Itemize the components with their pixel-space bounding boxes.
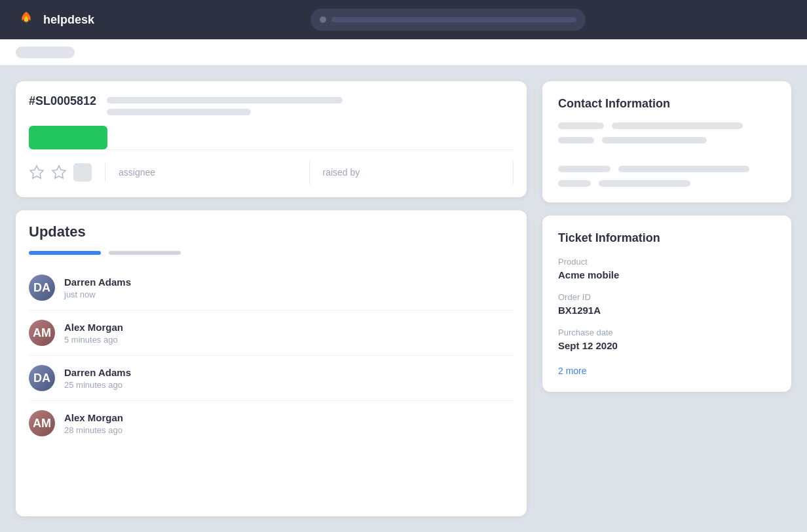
update-info: Alex Morgan 28 minutes ago — [64, 412, 123, 435]
ticket-title-line-1 — [107, 97, 343, 104]
contact-lines — [558, 123, 776, 187]
contact-row — [558, 180, 776, 187]
logo-wrap: helpdesk — [16, 9, 94, 30]
product-label: Product — [558, 257, 776, 267]
search-icon — [320, 16, 326, 23]
search-input-placeholder — [331, 17, 576, 22]
contact-skel — [618, 166, 749, 172]
updates-title: Updates — [29, 223, 514, 240]
logo-icon — [16, 9, 37, 30]
more-link[interactable]: 2 more — [558, 366, 776, 376]
update-item: DA Darren Adams 25 minutes ago — [29, 356, 514, 401]
breadcrumb — [16, 47, 75, 58]
update-time: 5 minutes ago — [64, 335, 123, 345]
contact-skel — [558, 137, 594, 143]
ticket-actions: assignee raised by — [29, 149, 514, 184]
topbar: helpdesk — [0, 0, 807, 39]
contact-row — [558, 123, 776, 129]
search-bar-wrap — [105, 9, 791, 31]
update-item: DA Darren Adams just now — [29, 265, 514, 311]
contact-skel — [612, 123, 743, 129]
avatar: AM — [29, 410, 55, 436]
order-id-label: Order ID — [558, 292, 776, 302]
contact-row — [558, 137, 776, 143]
avatar: DA — [29, 275, 55, 301]
tab-comments[interactable] — [109, 251, 181, 255]
right-column: Contact Information — [542, 81, 791, 516]
raised-by-field[interactable]: raised by — [310, 161, 514, 184]
tabs-row — [29, 251, 514, 255]
contact-skel — [558, 180, 591, 187]
update-time: 28 minutes ago — [64, 425, 123, 435]
star-filled-icon[interactable] — [51, 164, 67, 180]
contact-info-card: Contact Information — [542, 81, 791, 202]
update-user-name: Darren Adams — [64, 276, 131, 288]
ticket-info-section: Product Acme mobile Order ID BX1291A Pur… — [558, 257, 776, 376]
ticket-header: #SL0005812 — [29, 94, 514, 115]
search-bar[interactable] — [310, 9, 586, 31]
purchase-date-field: Purchase date Sept 12 2020 — [558, 328, 776, 351]
ticket-card: #SL0005812 — [16, 81, 527, 197]
avatar: DA — [29, 365, 55, 391]
ticket-status-row — [29, 126, 514, 149]
breadcrumb-bar — [0, 39, 807, 66]
contact-row — [558, 166, 776, 172]
update-user-name: Darren Adams — [64, 367, 131, 378]
action-square-button[interactable] — [73, 163, 92, 181]
update-info: Darren Adams just now — [64, 276, 131, 299]
product-field: Product Acme mobile — [558, 257, 776, 280]
contact-skel — [558, 166, 610, 172]
update-user-name: Alex Morgan — [64, 322, 123, 333]
ticket-title-lines — [107, 94, 514, 115]
status-badge[interactable] — [29, 126, 107, 149]
update-item: AM Alex Morgan 5 minutes ago — [29, 311, 514, 356]
update-info: Darren Adams 25 minutes ago — [64, 367, 131, 390]
order-id-value: BX1291A — [558, 305, 776, 316]
left-column: #SL0005812 — [16, 81, 527, 516]
purchase-date-value: Sept 12 2020 — [558, 340, 776, 351]
assignee-label: assignee — [119, 167, 155, 178]
update-user-name: Alex Morgan — [64, 412, 123, 423]
star-empty-icon[interactable] — [29, 164, 45, 180]
contact-spacer — [558, 151, 776, 158]
ticket-info-title: Ticket Information — [558, 231, 776, 245]
avatar: AM — [29, 320, 55, 346]
update-list: DA Darren Adams just now AM Alex Morgan … — [29, 265, 514, 446]
main-content: #SL0005812 — [0, 66, 807, 532]
assignee-field[interactable]: assignee — [105, 161, 310, 184]
order-id-field: Order ID BX1291A — [558, 292, 776, 316]
update-time: 25 minutes ago — [64, 380, 131, 390]
tab-all[interactable] — [29, 251, 101, 255]
purchase-date-label: Purchase date — [558, 328, 776, 337]
contact-skel — [599, 180, 690, 187]
product-value: Acme mobile — [558, 269, 776, 280]
contact-skel — [558, 123, 604, 129]
raised-by-label: raised by — [323, 167, 360, 178]
contact-info-title: Contact Information — [558, 97, 776, 111]
ticket-title-line-2 — [107, 109, 251, 115]
updates-section: Updates DA Darren Adams just now — [16, 210, 527, 516]
app-name: helpdesk — [43, 13, 94, 27]
update-time: just now — [64, 290, 131, 299]
ticket-id: #SL0005812 — [29, 94, 96, 108]
contact-skel — [602, 137, 707, 143]
action-icons — [29, 163, 105, 181]
ticket-info-card: Ticket Information Product Acme mobile O… — [542, 216, 791, 392]
update-item: AM Alex Morgan 28 minutes ago — [29, 401, 514, 446]
update-info: Alex Morgan 5 minutes ago — [64, 322, 123, 345]
